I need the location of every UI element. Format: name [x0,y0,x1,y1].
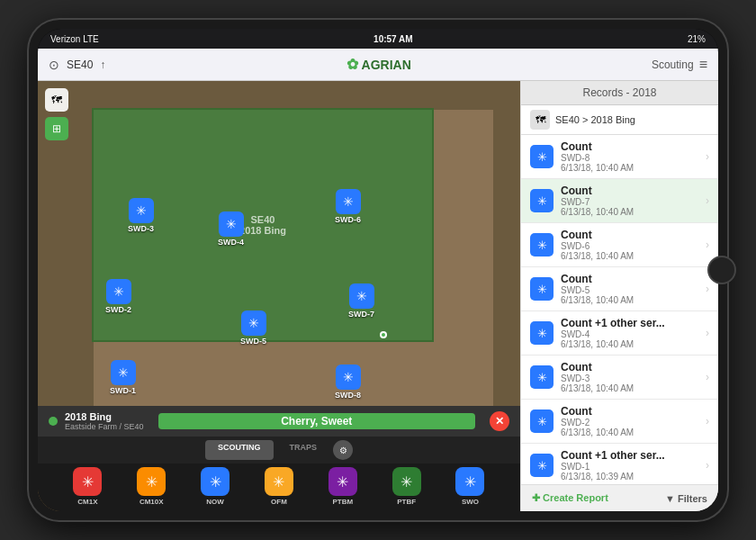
map-area[interactable]: SE40 2018 Bing ✳ SWD-1 ✳ SWD-2 ✳ SWD-3 [38,81,520,511]
crop-name: Cherry, Sweet [158,413,475,429]
close-button[interactable]: ✕ [490,411,509,431]
field-label-line1: SE40 [239,214,286,225]
settings-btn[interactable]: ⚙ [333,440,353,460]
record-item-swd6[interactable]: ✳ Count SWD-6 6/13/18, 10:40 AM › [521,223,718,267]
back-icon: ⊙ [49,58,59,72]
swd-marker-1[interactable]: ✳ SWD-1 [110,360,136,395]
chevron-swd2: › [706,415,709,428]
chevron-swd7: › [706,194,709,207]
record-sub-swd3: SWD-3 [561,374,698,383]
record-icon-swd5: ✳ [530,277,554,301]
field-label: SE40 2018 Bing [239,214,286,236]
map-dirt-top [38,81,520,110]
farm-year: 2018 Bing [65,411,144,422]
chevron-swd8: › [706,150,709,163]
chevron-swd6: › [706,238,709,251]
nav-right: Scouting ≡ [652,57,707,73]
record-date-swd1: 6/13/18, 10:39 AM [561,472,698,482]
record-item-swd7[interactable]: ✳ Count SWD-7 6/13/18, 10:40 AM › [521,179,718,223]
create-report-button[interactable]: ✚ Create Report [532,492,608,504]
record-title-swd5: Count [561,273,698,285]
record-icon-swd6: ✳ [530,233,554,256]
swd-label-4: SWD-4 [218,238,244,247]
swd-label-2: SWD-2 [105,305,131,314]
record-item-swd5[interactable]: ✳ Count SWD-5 6/13/18, 10:40 AM › [521,267,718,311]
right-panel: Records - 2018 🗺 SE40 > 2018 Bing ✳ Coun… [520,81,718,511]
field-dot [380,331,387,338]
status-bar: Verizon LTE 10:57 AM 21% [38,29,718,49]
swd-label-6: SWD-6 [335,215,361,224]
pest-ptbm[interactable]: ✳ PTBM [328,467,357,506]
record-title-swd7: Count [561,184,698,197]
record-item-swd4[interactable]: ✳ Count +1 other ser... SWD-4 6/13/18, 1… [521,311,718,356]
swd-icon-1: ✳ [111,360,136,385]
tablet-screen: Verizon LTE 10:57 AM 21% ⊙ SE40 ↑ ✿ AGRI… [38,29,718,511]
swd-icon-8: ✳ [336,364,361,390]
record-sub-swd1: SWD-1 [561,462,698,472]
pest-cm1x[interactable]: ✳ CM1X [73,467,102,506]
tab-scouting[interactable]: SCOUTING [205,440,274,460]
record-icon-swd2: ✳ [530,410,554,433]
swd-icon-2: ✳ [106,279,131,304]
swd-label-1: SWD-1 [110,386,136,395]
record-item-swd8[interactable]: ✳ Count SWD-8 6/13/18, 10:40 AM › [521,135,718,179]
pest-icon-ofm: ✳ [265,467,293,496]
swd-label-5: SWD-5 [240,337,266,346]
farm-subtitle: Eastside Farm / SE40 [65,422,144,431]
chevron-swd5: › [706,283,709,295]
record-title-swd1: Count +1 other ser... [561,449,698,462]
record-date-swd3: 6/13/18, 10:40 AM [561,383,698,393]
pest-ptbf[interactable]: ✳ PTBF [392,467,421,506]
swd-icon-7: ✳ [349,284,374,309]
layers-btn[interactable]: ⊞ [45,117,68,140]
swd-marker-6[interactable]: ✳ SWD-6 [335,189,361,224]
swd-marker-7[interactable]: ✳ SWD-7 [348,284,374,319]
swd-icon-5: ✳ [241,310,266,336]
record-date-swd5: 6/13/18, 10:40 AM [561,295,698,305]
record-info-swd2: Count SWD-2 6/13/18, 10:40 AM [561,405,698,437]
chevron-swd3: › [706,371,709,383]
record-item-swd2[interactable]: ✳ Count SWD-2 6/13/18, 10:40 AM › [521,400,718,444]
up-icon: ↑ [100,58,105,71]
field-label-line2: 2018 Bing [239,225,286,236]
swd-marker-3[interactable]: ✳ SWD-3 [128,198,154,233]
back-label[interactable]: SE40 [67,58,93,71]
pest-now[interactable]: ✳ NOW [201,467,230,506]
pest-swo[interactable]: ✳ SWO [455,467,484,506]
tab-traps[interactable]: TRAPS [277,440,330,460]
swd-marker-8[interactable]: ✳ SWD-8 [335,364,361,400]
menu-icon[interactable]: ≡ [699,57,707,73]
record-item-swd1[interactable]: ✳ Count +1 other ser... SWD-1 6/13/18, 1… [521,444,718,484]
breadcrumb-map-icon: 🗺 [530,110,550,130]
scouting-label: Scouting [652,58,694,71]
pest-icons-bar: ✳ CM1X ✳ CM10X ✳ NOW ✳ O [38,464,520,511]
swd-icon-3: ✳ [129,198,154,223]
pest-label-ptbf: PTBF [397,498,416,506]
record-icon-swd4: ✳ [530,321,554,345]
record-info-swd8: Count SWD-8 6/13/18, 10:40 AM [561,140,698,173]
record-info-swd5: Count SWD-5 6/13/18, 10:40 AM [561,273,698,305]
pest-icon-cm10x: ✳ [137,467,166,496]
pest-cm10x[interactable]: ✳ CM10X [137,467,166,506]
swd-label-8: SWD-8 [335,391,361,400]
record-sub-swd2: SWD-2 [561,418,698,428]
home-button[interactable] [707,256,736,284]
swd-marker-4[interactable]: ✳ SWD-4 [218,212,244,247]
record-sub-swd7: SWD-7 [561,197,698,207]
filters-button[interactable]: ▼ Filters [665,493,707,504]
swd-icon-4: ✳ [219,212,244,237]
record-item-swd3[interactable]: ✳ Count SWD-3 6/13/18, 10:40 AM › [521,356,718,400]
map-layer-btn[interactable]: 🗺 [45,88,68,112]
record-date-swd2: 6/13/18, 10:40 AM [561,428,698,437]
record-info-swd3: Count SWD-3 6/13/18, 10:40 AM [561,361,698,393]
swd-marker-2[interactable]: ✳ SWD-2 [105,279,131,314]
record-title-swd3: Count [561,361,698,374]
record-icon-swd3: ✳ [530,365,554,389]
pest-ofm[interactable]: ✳ OFM [265,467,293,506]
status-bar-time: 10:57 AM [374,34,413,44]
pest-icon-swo: ✳ [455,467,484,496]
status-bar-left: Verizon LTE [50,34,99,44]
swd-marker-5[interactable]: ✳ SWD-5 [240,310,266,346]
record-title-swd6: Count [561,229,698,241]
record-icon-swd1: ✳ [530,454,554,477]
